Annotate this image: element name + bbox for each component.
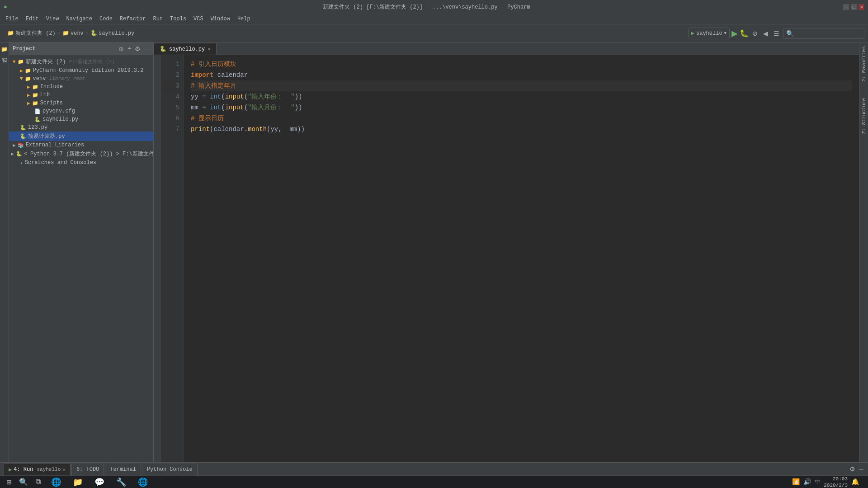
- menu-help[interactable]: Help: [234, 14, 254, 24]
- tree-item-pycharm[interactable]: ▶ 📁 PyCharm Community Edition 2019.3.2: [9, 66, 153, 75]
- bottom-panel-header: ▶ 4: Run sayhello ✕ 6: TODO Terminal Pyt…: [0, 463, 868, 475]
- profile-button[interactable]: ◀: [761, 29, 770, 38]
- tree-item-include[interactable]: ▶ 📁 Include: [9, 83, 153, 91]
- menu-edit[interactable]: Edit: [22, 14, 42, 24]
- toolbar-more[interactable]: ☰: [772, 29, 781, 38]
- run-config-selector[interactable]: ▶ sayhello ▼: [688, 28, 730, 39]
- taskbar-chrome[interactable]: 🌐: [133, 477, 153, 488]
- close-button[interactable]: ✕: [859, 4, 864, 10]
- taskbar: ⊞ 🔍 ⧉ 🌐 📁 💬 🔧 🌐 📶 🔊 中 20:03 2020/2/3 🔔: [0, 475, 868, 488]
- folder-arrow-icon: ▼: [13, 59, 16, 65]
- line-numbers: 1 2 3 4 5 6 7: [161, 55, 184, 462]
- notification-icon[interactable]: 🔔: [851, 478, 859, 486]
- project-locate-btn[interactable]: ⊕: [118, 45, 125, 52]
- left-gutter: [154, 55, 161, 462]
- project-panel-title: Project: [13, 46, 35, 52]
- tab-close-btn[interactable]: ✕: [208, 46, 211, 52]
- breadcrumb-file[interactable]: 🐍 sayhello.py: [90, 30, 134, 37]
- tree-item-sayhello[interactable]: 🐍 sayhello.py: [9, 115, 153, 123]
- code-content[interactable]: # 引入日历模块 import calendar # 输入指定年月 yy = i…: [184, 55, 859, 462]
- project-collapse-btn[interactable]: ÷: [127, 45, 132, 52]
- menu-window[interactable]: Window: [207, 14, 234, 24]
- editor-area: 🐍 sayhello.py ✕ 1 2 3 4 5 6 7 # 引入日历模块: [154, 42, 859, 462]
- root-folder-icon: 📁: [18, 59, 24, 65]
- right-tab-structure[interactable]: Z: Structure: [860, 94, 868, 137]
- menu-file[interactable]: File: [2, 14, 22, 24]
- pycharm-arrow-icon: ▶: [20, 68, 23, 74]
- tree-item-lib[interactable]: ▶ 📁 Lib: [9, 91, 153, 99]
- scripts-arrow-icon: ▶: [27, 100, 30, 106]
- scripts-folder-icon: 📁: [32, 100, 38, 106]
- ext-libs-arrow-icon: ▶: [13, 142, 16, 148]
- minimize-button[interactable]: ─: [843, 4, 849, 10]
- editor-tab-sayhello[interactable]: 🐍 sayhello.py ✕: [154, 43, 217, 55]
- tree-item-root[interactable]: ▼ 📁 新建文件夹 (2) F:\新建文件夹 (2): [9, 57, 153, 66]
- code-line-3: # 输入指定年月: [191, 80, 852, 91]
- lib-folder-icon: 📁: [32, 92, 38, 98]
- taskbar-clock[interactable]: 20:03 2020/2/3: [824, 476, 848, 488]
- tab-label: sayhello.py: [169, 46, 205, 52]
- python37-arrow-icon: ▶: [11, 151, 14, 157]
- taskbar-pycharm[interactable]: 🔧: [111, 477, 131, 488]
- editor-tabs: 🐍 sayhello.py ✕: [154, 42, 859, 55]
- code-line-2: import calendar: [191, 70, 852, 80]
- menu-view[interactable]: View: [42, 14, 63, 24]
- tree-item-external-libs[interactable]: ▶ 📚 External Libraries: [9, 141, 153, 149]
- toolbar: 📁 新建文件夹 (2) › 📁 venv › 🐍 sayhello.py ▶ s…: [0, 24, 868, 42]
- tree-item-123[interactable]: 🐍 123.py: [9, 123, 153, 131]
- ime-indicator[interactable]: 中: [815, 478, 820, 486]
- taskbar-explorer[interactable]: 📁: [68, 477, 88, 488]
- run-tab-close[interactable]: ✕: [62, 467, 66, 473]
- project-close-btn[interactable]: ─: [143, 45, 150, 52]
- tree-item-calculator[interactable]: 🐍 简易计算器.py: [9, 131, 153, 141]
- menu-navigate[interactable]: Navigate: [62, 14, 96, 24]
- pycharm-folder-icon: 📁: [25, 68, 31, 74]
- lib-arrow-icon: ▶: [27, 92, 30, 98]
- panel-settings-btn[interactable]: ⚙: [849, 465, 856, 473]
- debug-button[interactable]: 🐛: [740, 29, 749, 38]
- venv-arrow-icon: ▼: [20, 76, 23, 81]
- menu-code[interactable]: Code: [96, 14, 116, 24]
- ext-libs-icon: 📚: [18, 142, 24, 148]
- start-button[interactable]: ⊞: [2, 477, 16, 488]
- terminal-tab[interactable]: Terminal: [105, 464, 141, 475]
- breadcrumb-project[interactable]: 📁 新建文件夹 (2): [7, 29, 56, 37]
- tree-item-scratches[interactable]: ✦ Scratches and Consoles: [9, 159, 153, 167]
- right-tab-favorites[interactable]: 2: Favorites: [860, 42, 868, 85]
- menu-tools[interactable]: Tools: [166, 14, 190, 24]
- menu-bar: File Edit View Navigate Code Refactor Ru…: [0, 14, 868, 24]
- pyvenv-file-icon: 📄: [34, 108, 41, 114]
- taskbar-edge[interactable]: 🌐: [46, 477, 66, 488]
- tree-item-scripts[interactable]: ▶ 📁 Scripts: [9, 99, 153, 107]
- menu-run[interactable]: Run: [149, 14, 166, 24]
- maximize-button[interactable]: □: [851, 4, 857, 10]
- scratches-icon: ✦: [20, 160, 23, 166]
- panel-header-actions-right: ⚙ ─: [849, 465, 866, 473]
- run-button[interactable]: ▶: [731, 28, 738, 38]
- project-settings-btn[interactable]: ⚙: [134, 45, 142, 52]
- tree-item-python37[interactable]: ▶ 🐍 < Python 3.7 (新建文件夹 (2)) > F:\新建文件夹 …: [9, 149, 153, 159]
- structure-tab-icon[interactable]: 🏗: [2, 57, 7, 64]
- taskbar-weixin[interactable]: 💬: [90, 477, 109, 488]
- breadcrumb-venv[interactable]: 📁 venv: [62, 30, 84, 37]
- tree-item-pyvenv[interactable]: 📄 pyvenv.cfg: [9, 107, 153, 115]
- coverage-button[interactable]: ⊘: [750, 29, 760, 38]
- task-view-btn[interactable]: ⧉: [31, 477, 45, 488]
- run-tab-sayhello: sayhello: [37, 467, 61, 472]
- todo-tab[interactable]: 6: TODO: [71, 464, 104, 475]
- main-layout: 📁 🏗 Project ⊕ ÷ ⚙ ─ ▼ 📁 新建文件夹 (2) F:\新建文…: [0, 42, 868, 462]
- menu-refactor[interactable]: Refactor: [116, 14, 150, 24]
- search-taskbar-btn[interactable]: 🔍: [16, 477, 31, 488]
- python-console-tab[interactable]: Python Console: [142, 464, 198, 475]
- sayhello-file-icon: 🐍: [34, 117, 41, 122]
- tree-item-venv[interactable]: ▼ 📁 venv library root: [9, 75, 153, 83]
- menu-vcs[interactable]: VCS: [190, 14, 207, 24]
- breadcrumb: 📁 新建文件夹 (2) › 📁 venv › 🐍 sayhello.py: [7, 29, 134, 37]
- project-tab-icon[interactable]: 📁: [1, 46, 8, 53]
- volume-icon: 🔊: [803, 478, 811, 486]
- panel-hide-btn[interactable]: ─: [858, 465, 864, 473]
- right-side-tabs: 2: Favorites Z: Structure: [859, 42, 868, 462]
- side-tabs-left: 📁 🏗: [0, 42, 9, 462]
- search-input[interactable]: [783, 30, 864, 37]
- run-tab[interactable]: ▶ 4: Run sayhello ✕: [4, 464, 71, 475]
